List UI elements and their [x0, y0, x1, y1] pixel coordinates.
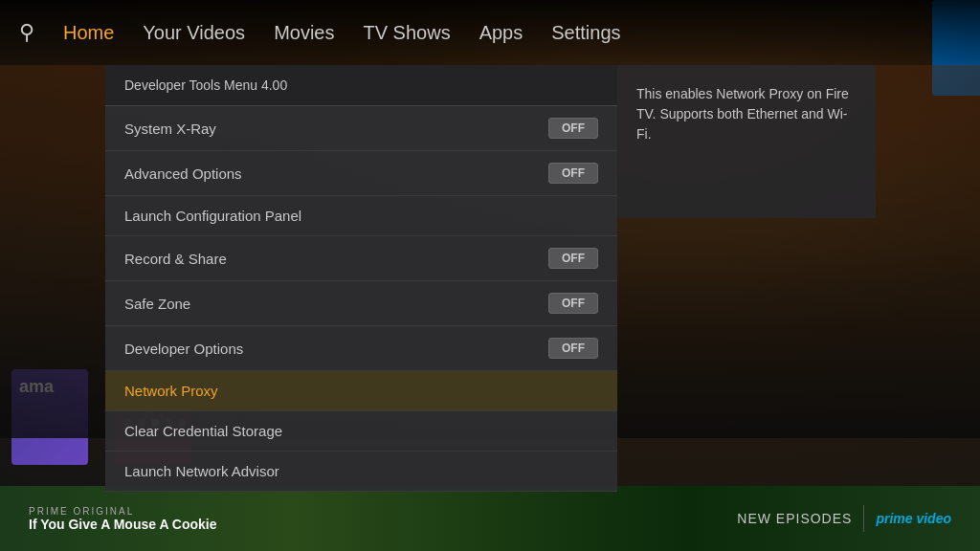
prime-divider	[863, 505, 864, 532]
menu-item-launch-config[interactable]: Launch Configuration Panel	[105, 196, 617, 236]
nav-bar: ⚲ Home Your Videos Movies TV Shows Apps …	[0, 0, 980, 65]
info-panel: This enables Network Proxy on Fire TV. S…	[617, 65, 876, 218]
menu-item-launch-config-label: Launch Configuration Panel	[124, 208, 301, 224]
menu-item-safe-zone[interactable]: Safe Zone OFF	[105, 281, 617, 326]
prime-video-text: prime video	[876, 511, 951, 526]
video-text: video	[916, 511, 951, 526]
nav-item-your-videos[interactable]: Your Videos	[143, 22, 245, 44]
toggle-developer-options[interactable]: OFF	[548, 338, 598, 359]
menu-header: Developer Tools Menu 4.00	[105, 65, 617, 106]
prime-text: prime	[876, 511, 916, 526]
toggle-advanced-options[interactable]: OFF	[548, 163, 598, 184]
menu-item-developer-options[interactable]: Developer Options OFF	[105, 326, 617, 371]
menu-item-clear-credential[interactable]: Clear Credential Storage	[105, 411, 617, 452]
menu-item-record-share[interactable]: Record & Share OFF	[105, 236, 617, 281]
menu-item-network-proxy-label: Network Proxy	[124, 383, 218, 399]
nav-item-settings[interactable]: Settings	[551, 22, 620, 44]
info-panel-text: This enables Network Proxy on Fire TV. S…	[636, 86, 849, 142]
menu-item-clear-credential-label: Clear Credential Storage	[124, 423, 282, 439]
prime-show-title: If You Give A Mouse A Cookie	[29, 517, 217, 532]
menu-item-advanced-options-label: Advanced Options	[124, 165, 242, 182]
new-episodes-label: NEW EPISODES	[737, 511, 852, 526]
menu-item-safe-zone-label: Safe Zone	[124, 296, 190, 312]
prime-banner-right: NEW EPISODES prime video	[737, 505, 951, 532]
toggle-safe-zone[interactable]: OFF	[548, 293, 598, 314]
menu-title: Developer Tools Menu 4.00	[124, 77, 287, 93]
menu-item-developer-options-label: Developer Options	[124, 341, 243, 357]
prime-banner: PRIME ORIGINAL If You Give A Mouse A Coo…	[0, 486, 980, 551]
developer-tools-menu: Developer Tools Menu 4.00 System X-Ray O…	[105, 65, 617, 492]
nav-item-home[interactable]: Home	[63, 22, 114, 44]
menu-item-launch-network-advisor-label: Launch Network Advisor	[124, 463, 279, 479]
nav-item-tv-shows[interactable]: TV Shows	[363, 22, 450, 44]
prime-banner-left: PRIME ORIGINAL If You Give A Mouse A Coo…	[29, 506, 217, 532]
menu-item-record-share-label: Record & Share	[124, 251, 227, 267]
menu-item-advanced-options[interactable]: Advanced Options OFF	[105, 151, 617, 196]
menu-item-network-proxy[interactable]: Network Proxy	[105, 371, 617, 411]
prime-original-label: PRIME ORIGINAL	[29, 506, 134, 517]
nav-item-movies[interactable]: Movies	[274, 22, 334, 44]
menu-item-launch-network-advisor[interactable]: Launch Network Advisor	[105, 452, 617, 492]
nav-item-apps[interactable]: Apps	[479, 22, 523, 44]
toggle-record-share[interactable]: OFF	[548, 248, 598, 269]
search-icon[interactable]: ⚲	[19, 20, 34, 45]
menu-item-system-xray[interactable]: System X-Ray OFF	[105, 106, 617, 151]
menu-item-system-xray-label: System X-Ray	[124, 121, 216, 137]
toggle-system-xray[interactable]: OFF	[548, 118, 598, 139]
